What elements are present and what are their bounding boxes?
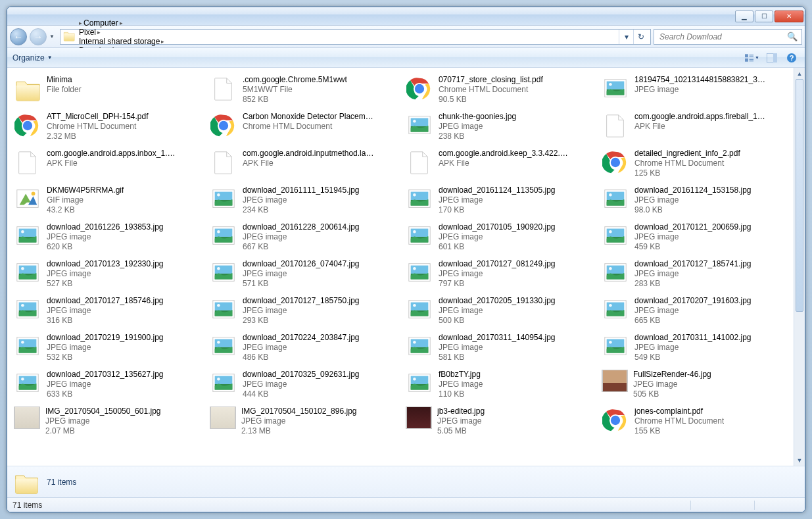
- file-type: JPEG image: [241, 416, 357, 426]
- file-item[interactable]: download_20170127_185746.jpgJPEG image31…: [11, 294, 202, 331]
- file-icon: [210, 75, 237, 103]
- jpeg-icon: [602, 259, 629, 287]
- scrollbar[interactable]: ▲ ▼: [794, 68, 805, 466]
- breadcrumb-segment[interactable]: ▸ Computer ▸: [78, 18, 166, 28]
- file-type: JPEG image: [45, 416, 161, 426]
- refresh-button[interactable]: ↻: [633, 30, 648, 44]
- file-item[interactable]: jb3-edited.jpgJPEG image5.05 MB: [403, 405, 594, 441]
- file-item[interactable]: download_20170105_190920.jpgJPEG image60…: [403, 220, 594, 257]
- address-dropdown-icon[interactable]: ▾: [619, 30, 633, 44]
- file-type: JPEG image: [634, 232, 752, 242]
- organize-label: Organize: [12, 53, 45, 62]
- preview-pane-button[interactable]: [764, 51, 780, 65]
- close-button[interactable]: ✕: [775, 11, 803, 22]
- jpeg-icon: [210, 185, 237, 213]
- jpeg-icon: [210, 370, 237, 397]
- chevron-down-icon: ▼: [755, 55, 759, 60]
- file-type: JPEG image: [243, 195, 360, 205]
- file-item[interactable]: download_20170311_140954.jpgJPEG image58…: [403, 331, 594, 368]
- minimize-button[interactable]: ▁: [735, 11, 753, 22]
- file-size: 505 KB: [633, 389, 711, 399]
- breadcrumb-segment[interactable]: Pixel ▸: [78, 28, 166, 37]
- file-icon: [602, 112, 629, 139]
- file-item[interactable]: download_20170311_141002.jpgJPEG image54…: [599, 331, 790, 368]
- file-item[interactable]: com.google.android.apps.fireball_11.0.02…: [599, 110, 790, 147]
- breadcrumb-segment[interactable]: Internal shared storage ▸: [78, 37, 166, 46]
- file-item[interactable]: download_20170312_135627.jpgJPEG image63…: [11, 368, 202, 405]
- file-item[interactable]: chunk-the-goonies.jpgJPEG image238 KB: [403, 110, 594, 147]
- file-item[interactable]: IMG_20170504_150050_601.jpgJPEG image2.0…: [11, 405, 202, 441]
- file-type: APK File: [243, 159, 374, 168]
- scroll-up-icon[interactable]: ▲: [794, 68, 805, 79]
- file-item[interactable]: download_20170207_191603.jpgJPEG image66…: [599, 294, 790, 331]
- jpeg-icon: [14, 333, 41, 360]
- file-item[interactable]: download_20170126_074047.jpgJPEG image57…: [207, 257, 398, 294]
- file-item[interactable]: ATT_MicroCell_DPH-154.pdfChrome HTML Doc…: [11, 110, 202, 147]
- file-name: download_20170121_200659.jpg: [634, 222, 752, 232]
- file-item[interactable]: detailed_ingredient_info_2.pdfChrome HTM…: [599, 147, 790, 184]
- file-item[interactable]: MinimaFile folder: [11, 73, 202, 110]
- file-type: JPEG image: [634, 343, 752, 353]
- chrome-icon: [602, 149, 629, 176]
- file-item[interactable]: com.google.android.apps.inbox_1.35_(1388…: [11, 147, 202, 184]
- maximize-button[interactable]: ☐: [755, 11, 773, 22]
- search-box[interactable]: 🔍: [654, 29, 802, 45]
- file-item[interactable]: DKM6W4P5RRMA.gifGIF image43.2 KB: [11, 184, 202, 220]
- file-item[interactable]: IMG_20170504_150102_896.jpgJPEG image2.1…: [207, 405, 398, 441]
- file-name: DKM6W4P5RRMA.gif: [47, 185, 124, 195]
- file-item[interactable]: download_20170127_185750.jpgJPEG image29…: [207, 294, 398, 331]
- file-type: JPEG image: [47, 343, 164, 353]
- file-type: JPEG image: [439, 343, 556, 353]
- file-item[interactable]: FullSizeRender-46.jpgJPEG image505 KB: [599, 368, 790, 405]
- address-bar[interactable]: ▸ Computer ▸Pixel ▸Internal shared stora…: [60, 29, 651, 45]
- file-name: download_20170127_185746.jpg: [47, 296, 164, 306]
- file-type: Chrome HTML Document: [47, 122, 149, 132]
- forward-button[interactable]: →: [30, 28, 47, 45]
- file-type: JPEG image: [243, 343, 360, 353]
- file-item[interactable]: download_20161124_113505.jpgJPEG image17…: [403, 184, 594, 220]
- jpeg-icon: [406, 333, 433, 360]
- file-item[interactable]: download_20170121_200659.jpgJPEG image45…: [599, 220, 790, 257]
- file-item[interactable]: download_20161111_151945.jpgJPEG image23…: [207, 184, 398, 220]
- file-item[interactable]: com.google.android.inputmethod.latin_6.0…: [207, 147, 398, 184]
- file-item[interactable]: .com.google.Chrome.5M1wwt5M1WWT File852 …: [207, 73, 398, 110]
- file-item[interactable]: download_20170219_191900.jpgJPEG image53…: [11, 331, 202, 368]
- file-item[interactable]: download_20170205_191330.jpgJPEG image50…: [403, 294, 594, 331]
- back-button[interactable]: ←: [10, 28, 27, 45]
- file-type: JPEG image: [634, 85, 766, 95]
- search-input[interactable]: [658, 32, 787, 42]
- file-name: jb3-edited.jpg: [437, 407, 485, 416]
- file-item[interactable]: com.google.android.keep_3.3.422.0-334220…: [403, 147, 594, 184]
- file-item[interactable]: download_20161124_153158.jpgJPEG image98…: [599, 184, 790, 220]
- file-item[interactable]: download_20170127_081249.jpgJPEG image79…: [403, 257, 594, 294]
- file-type: APK File: [634, 122, 766, 132]
- file-size: 234 KB: [243, 205, 360, 215]
- file-size: 665 KB: [634, 316, 752, 326]
- help-button[interactable]: ?: [784, 51, 800, 65]
- file-icon: [14, 149, 41, 176]
- file-item[interactable]: fB0bzTY.jpgJPEG image110 KB: [403, 368, 594, 405]
- file-item[interactable]: 070717_store_closing_list.pdfChrome HTML…: [403, 73, 594, 110]
- file-item[interactable]: download_20170127_185741.jpgJPEG image28…: [599, 257, 790, 294]
- file-item[interactable]: download_20170123_192330.jpgJPEG image52…: [11, 257, 202, 294]
- organize-button[interactable]: Organize ▼: [12, 53, 53, 62]
- view-options-button[interactable]: ▼: [744, 51, 760, 65]
- file-item[interactable]: Carbon Monoxide Detector Placement_20140…: [207, 110, 398, 147]
- file-item[interactable]: download_20170325_092631.jpgJPEG image44…: [207, 368, 398, 405]
- file-type: JPEG image: [439, 232, 556, 242]
- file-size: 5.05 MB: [437, 426, 485, 436]
- file-grid[interactable]: MinimaFile folder.com.google.Chrome.5M1w…: [7, 68, 794, 466]
- file-item[interactable]: jones-complaint.pdfChrome HTML Document1…: [599, 405, 790, 441]
- file-name: download_20170127_185750.jpg: [243, 296, 360, 306]
- file-item[interactable]: 18194754_10213144815883821_3769698132894…: [599, 73, 790, 110]
- file-item[interactable]: download_20161228_200614.jpgJPEG image66…: [207, 220, 398, 257]
- file-name: download_20170325_092631.jpg: [243, 370, 360, 380]
- file-name: download_20161228_200614.jpg: [243, 222, 360, 232]
- file-type: File folder: [47, 85, 82, 95]
- scroll-thumb[interactable]: [796, 79, 803, 312]
- file-item[interactable]: download_20170224_203847.jpgJPEG image48…: [207, 331, 398, 368]
- history-dropdown-icon[interactable]: ▼: [49, 34, 57, 39]
- file-item[interactable]: download_20161226_193853.jpgJPEG image62…: [11, 220, 202, 257]
- scroll-down-icon[interactable]: ▼: [794, 455, 805, 466]
- file-size: 620 KB: [47, 242, 164, 252]
